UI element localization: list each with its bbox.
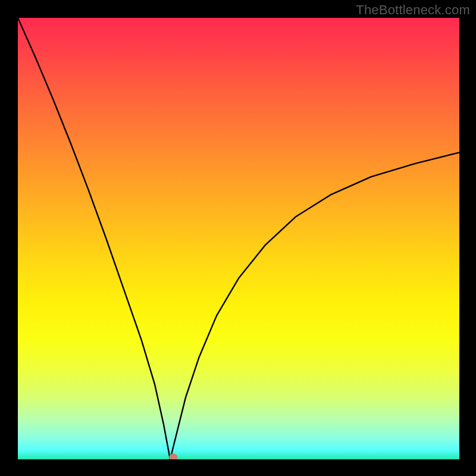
plot-area — [18, 18, 459, 459]
chart-svg — [18, 18, 459, 459]
bottleneck-curve — [18, 18, 459, 459]
chart-frame: TheBottleneck.com — [0, 0, 476, 476]
watermark-text: TheBottleneck.com — [356, 2, 470, 18]
minimum-marker — [169, 453, 177, 459]
